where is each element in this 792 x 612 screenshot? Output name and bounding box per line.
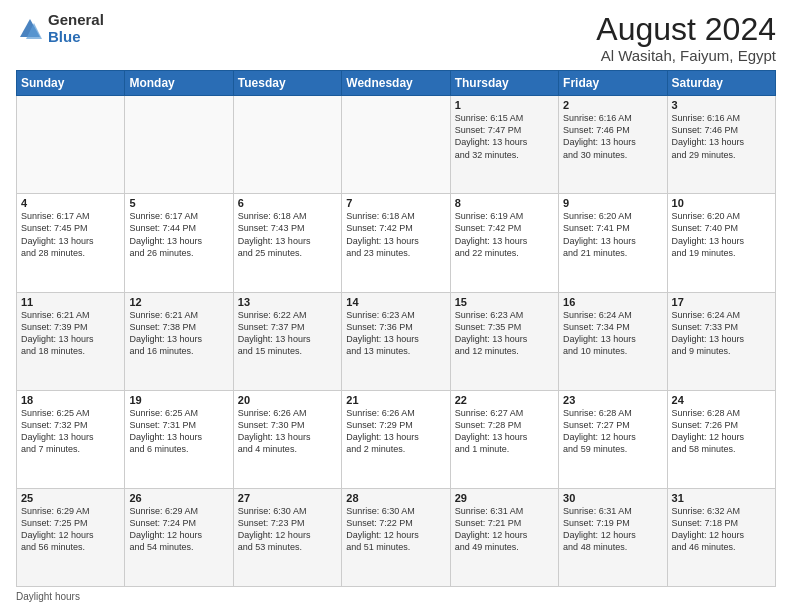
- day-info: Sunrise: 6:18 AM Sunset: 7:42 PM Dayligh…: [346, 210, 445, 259]
- calendar-header-friday: Friday: [559, 71, 667, 96]
- day-number: 17: [672, 296, 771, 308]
- day-number: 1: [455, 99, 554, 111]
- calendar-cell: 1Sunrise: 6:15 AM Sunset: 7:47 PM Daylig…: [450, 96, 558, 194]
- calendar-cell: 23Sunrise: 6:28 AM Sunset: 7:27 PM Dayli…: [559, 390, 667, 488]
- logo-general: General: [48, 12, 104, 29]
- calendar-cell: [233, 96, 341, 194]
- calendar-cell: 14Sunrise: 6:23 AM Sunset: 7:36 PM Dayli…: [342, 292, 450, 390]
- calendar-week-row: 11Sunrise: 6:21 AM Sunset: 7:39 PM Dayli…: [17, 292, 776, 390]
- day-info: Sunrise: 6:27 AM Sunset: 7:28 PM Dayligh…: [455, 407, 554, 456]
- calendar-cell: 26Sunrise: 6:29 AM Sunset: 7:24 PM Dayli…: [125, 488, 233, 586]
- day-info: Sunrise: 6:29 AM Sunset: 7:24 PM Dayligh…: [129, 505, 228, 554]
- day-number: 19: [129, 394, 228, 406]
- day-number: 6: [238, 197, 337, 209]
- calendar-week-row: 25Sunrise: 6:29 AM Sunset: 7:25 PM Dayli…: [17, 488, 776, 586]
- calendar-cell: 18Sunrise: 6:25 AM Sunset: 7:32 PM Dayli…: [17, 390, 125, 488]
- calendar-cell: 19Sunrise: 6:25 AM Sunset: 7:31 PM Dayli…: [125, 390, 233, 488]
- day-info: Sunrise: 6:30 AM Sunset: 7:22 PM Dayligh…: [346, 505, 445, 554]
- page: General Blue August 2024 Al Wasitah, Fai…: [0, 0, 792, 612]
- logo: General Blue: [16, 12, 104, 45]
- day-number: 22: [455, 394, 554, 406]
- main-title: August 2024: [596, 12, 776, 47]
- day-number: 16: [563, 296, 662, 308]
- day-info: Sunrise: 6:23 AM Sunset: 7:35 PM Dayligh…: [455, 309, 554, 358]
- footer: Daylight hours: [16, 591, 776, 602]
- footer-label: Daylight hours: [16, 591, 80, 602]
- calendar-cell: 10Sunrise: 6:20 AM Sunset: 7:40 PM Dayli…: [667, 194, 775, 292]
- title-block: August 2024 Al Wasitah, Faiyum, Egypt: [596, 12, 776, 64]
- day-info: Sunrise: 6:21 AM Sunset: 7:39 PM Dayligh…: [21, 309, 120, 358]
- day-info: Sunrise: 6:16 AM Sunset: 7:46 PM Dayligh…: [672, 112, 771, 161]
- day-number: 9: [563, 197, 662, 209]
- calendar-cell: [342, 96, 450, 194]
- calendar-cell: 31Sunrise: 6:32 AM Sunset: 7:18 PM Dayli…: [667, 488, 775, 586]
- day-info: Sunrise: 6:24 AM Sunset: 7:33 PM Dayligh…: [672, 309, 771, 358]
- calendar-cell: 13Sunrise: 6:22 AM Sunset: 7:37 PM Dayli…: [233, 292, 341, 390]
- day-number: 5: [129, 197, 228, 209]
- calendar-cell: 3Sunrise: 6:16 AM Sunset: 7:46 PM Daylig…: [667, 96, 775, 194]
- calendar-cell: 15Sunrise: 6:23 AM Sunset: 7:35 PM Dayli…: [450, 292, 558, 390]
- day-info: Sunrise: 6:31 AM Sunset: 7:21 PM Dayligh…: [455, 505, 554, 554]
- calendar-week-row: 18Sunrise: 6:25 AM Sunset: 7:32 PM Dayli…: [17, 390, 776, 488]
- calendar-header-thursday: Thursday: [450, 71, 558, 96]
- day-number: 2: [563, 99, 662, 111]
- day-info: Sunrise: 6:18 AM Sunset: 7:43 PM Dayligh…: [238, 210, 337, 259]
- day-number: 27: [238, 492, 337, 504]
- logo-icon: [16, 15, 44, 43]
- calendar-cell: 25Sunrise: 6:29 AM Sunset: 7:25 PM Dayli…: [17, 488, 125, 586]
- day-info: Sunrise: 6:21 AM Sunset: 7:38 PM Dayligh…: [129, 309, 228, 358]
- calendar-cell: 5Sunrise: 6:17 AM Sunset: 7:44 PM Daylig…: [125, 194, 233, 292]
- day-info: Sunrise: 6:20 AM Sunset: 7:41 PM Dayligh…: [563, 210, 662, 259]
- day-info: Sunrise: 6:22 AM Sunset: 7:37 PM Dayligh…: [238, 309, 337, 358]
- day-info: Sunrise: 6:26 AM Sunset: 7:30 PM Dayligh…: [238, 407, 337, 456]
- calendar-cell: 24Sunrise: 6:28 AM Sunset: 7:26 PM Dayli…: [667, 390, 775, 488]
- sub-title: Al Wasitah, Faiyum, Egypt: [596, 47, 776, 64]
- calendar-cell: 28Sunrise: 6:30 AM Sunset: 7:22 PM Dayli…: [342, 488, 450, 586]
- day-number: 29: [455, 492, 554, 504]
- day-number: 14: [346, 296, 445, 308]
- day-info: Sunrise: 6:31 AM Sunset: 7:19 PM Dayligh…: [563, 505, 662, 554]
- calendar-cell: 7Sunrise: 6:18 AM Sunset: 7:42 PM Daylig…: [342, 194, 450, 292]
- day-number: 8: [455, 197, 554, 209]
- day-info: Sunrise: 6:30 AM Sunset: 7:23 PM Dayligh…: [238, 505, 337, 554]
- calendar-header-sunday: Sunday: [17, 71, 125, 96]
- day-number: 13: [238, 296, 337, 308]
- day-info: Sunrise: 6:17 AM Sunset: 7:44 PM Dayligh…: [129, 210, 228, 259]
- day-number: 21: [346, 394, 445, 406]
- day-info: Sunrise: 6:25 AM Sunset: 7:31 PM Dayligh…: [129, 407, 228, 456]
- calendar-cell: 27Sunrise: 6:30 AM Sunset: 7:23 PM Dayli…: [233, 488, 341, 586]
- calendar-cell: 16Sunrise: 6:24 AM Sunset: 7:34 PM Dayli…: [559, 292, 667, 390]
- day-number: 28: [346, 492, 445, 504]
- calendar-cell: 12Sunrise: 6:21 AM Sunset: 7:38 PM Dayli…: [125, 292, 233, 390]
- header: General Blue August 2024 Al Wasitah, Fai…: [16, 12, 776, 64]
- calendar-cell: 21Sunrise: 6:26 AM Sunset: 7:29 PM Dayli…: [342, 390, 450, 488]
- logo-blue: Blue: [48, 29, 104, 46]
- day-number: 26: [129, 492, 228, 504]
- day-number: 18: [21, 394, 120, 406]
- calendar-week-row: 4Sunrise: 6:17 AM Sunset: 7:45 PM Daylig…: [17, 194, 776, 292]
- day-info: Sunrise: 6:20 AM Sunset: 7:40 PM Dayligh…: [672, 210, 771, 259]
- day-number: 30: [563, 492, 662, 504]
- calendar-cell: 11Sunrise: 6:21 AM Sunset: 7:39 PM Dayli…: [17, 292, 125, 390]
- calendar-cell: 9Sunrise: 6:20 AM Sunset: 7:41 PM Daylig…: [559, 194, 667, 292]
- day-number: 4: [21, 197, 120, 209]
- day-info: Sunrise: 6:29 AM Sunset: 7:25 PM Dayligh…: [21, 505, 120, 554]
- day-number: 24: [672, 394, 771, 406]
- calendar-header-saturday: Saturday: [667, 71, 775, 96]
- logo-text: General Blue: [48, 12, 104, 45]
- day-number: 20: [238, 394, 337, 406]
- day-number: 3: [672, 99, 771, 111]
- calendar-week-row: 1Sunrise: 6:15 AM Sunset: 7:47 PM Daylig…: [17, 96, 776, 194]
- day-info: Sunrise: 6:28 AM Sunset: 7:27 PM Dayligh…: [563, 407, 662, 456]
- calendar-cell: 29Sunrise: 6:31 AM Sunset: 7:21 PM Dayli…: [450, 488, 558, 586]
- day-number: 12: [129, 296, 228, 308]
- day-number: 10: [672, 197, 771, 209]
- day-number: 31: [672, 492, 771, 504]
- day-info: Sunrise: 6:28 AM Sunset: 7:26 PM Dayligh…: [672, 407, 771, 456]
- day-info: Sunrise: 6:23 AM Sunset: 7:36 PM Dayligh…: [346, 309, 445, 358]
- day-info: Sunrise: 6:19 AM Sunset: 7:42 PM Dayligh…: [455, 210, 554, 259]
- calendar-cell: 17Sunrise: 6:24 AM Sunset: 7:33 PM Dayli…: [667, 292, 775, 390]
- day-number: 15: [455, 296, 554, 308]
- calendar-cell: 8Sunrise: 6:19 AM Sunset: 7:42 PM Daylig…: [450, 194, 558, 292]
- day-info: Sunrise: 6:15 AM Sunset: 7:47 PM Dayligh…: [455, 112, 554, 161]
